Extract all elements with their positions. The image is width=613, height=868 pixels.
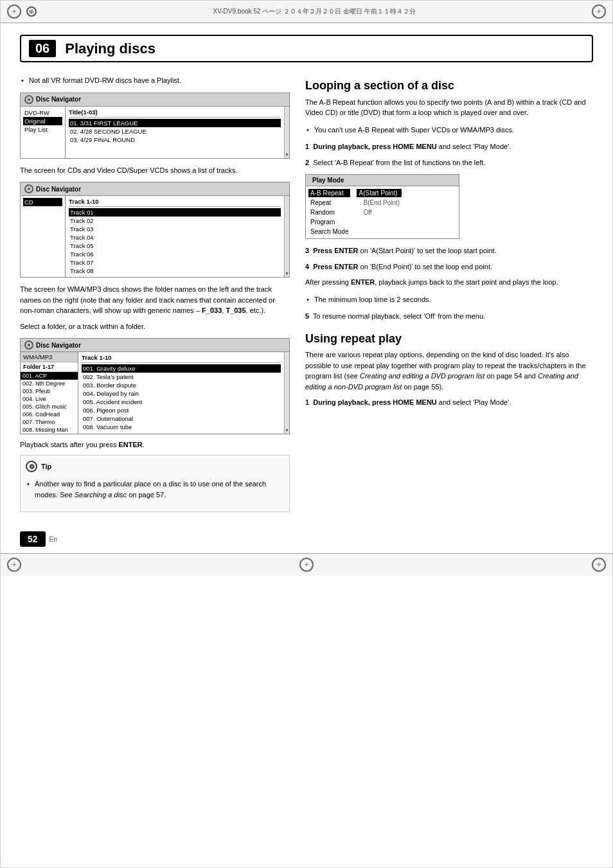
- play-mode-titlebar: Play Mode: [306, 175, 459, 186]
- screen-cd-left: CD: [21, 196, 66, 277]
- step-6-during: During playback, press: [313, 398, 393, 406]
- wma-track-8: 008. Vacuum tube: [82, 423, 281, 431]
- scroll-bar-1[interactable]: [284, 107, 289, 158]
- step-1-select: and select 'Play Mode'.: [437, 143, 511, 150]
- panel-item-original: Original: [23, 117, 62, 125]
- step-6-select: and select 'Play Mode'.: [437, 398, 511, 406]
- right-column: Looping a section of a disc The A-B Repe…: [305, 69, 588, 518]
- top-registration-bar: + ⊕ XV-DV9.book 52 ページ ２０４年２月２０日 金曜日 午前１…: [1, 1, 612, 23]
- step-4-enter: ENTER: [334, 263, 358, 270]
- screen-dvdrw-titlebar: Disc Navigator: [21, 93, 289, 107]
- tip-label: Tip: [41, 463, 51, 470]
- step-4-num: 4: [305, 263, 309, 270]
- cd-track-07: Track 07: [69, 258, 281, 267]
- screen-wma-title: Disc Navigator: [36, 342, 81, 349]
- play-mode-body: A-B Repeat Repeat Random Program Search …: [306, 186, 459, 238]
- step-4-text: on 'B(End Point)' to set the loop end po…: [359, 263, 492, 270]
- wma-track-3: 003. Border dispute: [82, 381, 281, 389]
- panel-item-dvdrw: DVD-RW: [23, 109, 62, 117]
- step-3-num: 3: [305, 247, 309, 254]
- step-5-text: To resume normal playback, select 'Off' …: [313, 312, 485, 320]
- play-mode-screen: Play Mode A-B Repeat Repeat Random Progr…: [305, 174, 459, 239]
- left-column: Not all VR format DVD-RW discs have a Pl…: [20, 69, 290, 518]
- wma-track-2: 002. Tesla's patent: [82, 373, 281, 381]
- section-looping-intro: The A-B Repeat function allows you to sp…: [305, 97, 588, 118]
- wma-folder-4: 004. Live: [21, 395, 78, 403]
- step-4-after: After pressing ENTER, playback jumps bac…: [305, 277, 588, 288]
- step-1-home: HOME MENU: [393, 143, 436, 150]
- disc-icon-2: [24, 184, 33, 193]
- creating-dvd-list: Creating and editing a DVD program list: [360, 372, 484, 380]
- cd-track-01: Track 01: [69, 208, 281, 217]
- cd-track-04: Track 04: [69, 233, 281, 242]
- desc-cd-vcd: The screen for CDs and Video CD/Super VC…: [20, 165, 290, 176]
- step-4-bold: Press: [313, 263, 334, 270]
- screen-wma-titlebar: Disc Navigator: [21, 339, 289, 352]
- wma-track-5: 005. Accident incident: [82, 398, 281, 406]
- cd-track-02: Track 02: [69, 217, 281, 225]
- wma-disc-label: WMA/MP3: [21, 352, 78, 362]
- generic-name-1: F_033: [202, 306, 222, 314]
- scroll-bar-3[interactable]: [284, 352, 289, 434]
- bottom-right-reg-mark: +: [592, 558, 606, 572]
- play-mode-title: Play Mode: [312, 177, 344, 184]
- desc-select-folder: Select a folder, or a track within a fol…: [20, 321, 290, 332]
- wma-track-4: 004. Delayed by rain: [82, 389, 281, 398]
- cd-track-05: Track 05: [69, 242, 281, 250]
- pm-item-random: Random: [308, 208, 350, 217]
- bottom-center-reg-mark: +: [299, 558, 314, 572]
- wma-folder-3: 003. Pfeuti: [21, 387, 78, 395]
- top-bar-file-info: XV-DV9.book 52 ページ ２０４年２月２０日 金曜日 午前１１時４２…: [37, 7, 592, 16]
- dvdrw-track-header: Title(1-03): [69, 109, 281, 118]
- tip-icon: [26, 461, 37, 472]
- panel-item-cd: CD: [23, 198, 62, 206]
- step-6: 1 During playback, press HOME MENU and s…: [305, 397, 588, 408]
- wma-track-7: 007. Outernational: [82, 414, 281, 423]
- play-mode-left-items: A-B Repeat Repeat Random Program Search …: [308, 189, 350, 236]
- wma-track-6: 006. Pigeon post: [82, 406, 281, 414]
- screen-dvdrw-left: DVD-RW Original Play List: [21, 107, 66, 158]
- screen-dvdrw-title: Disc Navigator: [36, 96, 81, 103]
- page-language: En: [49, 536, 57, 543]
- step-2-text: Select 'A-B Repeat' from the list of fun…: [313, 159, 485, 166]
- screen-cd-title: Disc Navigator: [36, 186, 81, 193]
- step-3-text: on 'A(Start Point)' to set the loop star…: [359, 247, 497, 254]
- cd-track-header: Track 1-10: [69, 198, 281, 207]
- step-1-during: During playback, press: [313, 143, 393, 150]
- wma-folder-2: 002. Nth Degree: [21, 380, 78, 387]
- screen-wma-left-section: WMA/MP3 Folder 1-17 001. ACP 002. Nth De…: [21, 352, 78, 434]
- step-6-num: 1: [305, 398, 309, 406]
- chapter-number: 06: [29, 40, 56, 57]
- step-2: 2 Select 'A-B Repeat' from the list of f…: [305, 157, 588, 168]
- step-5: 5 To resume normal playback, select 'Off…: [305, 311, 588, 322]
- pm-item-ab: A-B Repeat: [308, 189, 350, 197]
- screen-cd-body: CD Track 1-10 Track 01 Track 02 Track 03…: [21, 196, 289, 277]
- wma-folder-7: 007. Thermo: [21, 418, 78, 426]
- top-right-reg-mark: +: [592, 4, 606, 19]
- step-3-bold: Press: [313, 247, 334, 254]
- page-number: 52: [20, 531, 46, 547]
- min-loop-note: The minimum loop time is 2 seconds.: [305, 294, 588, 305]
- pm-right-off: Off: [357, 208, 402, 217]
- screen-cd: Disc Navigator CD Track 1-10 Track 01 Tr…: [20, 182, 290, 278]
- wma-track-header: Track 1-10: [82, 354, 281, 363]
- screen-wma-body: WMA/MP3 Folder 1-17 001. ACP 002. Nth De…: [21, 352, 289, 434]
- section-repeat-intro: There are various repeat play options, d…: [305, 350, 588, 392]
- dvdrw-track-2: 02. 4/28 SECOND LEAGUE: [69, 127, 281, 136]
- cd-track-08: Track 08: [69, 267, 281, 275]
- playback-instruction: Playback starts after you press ENTER.: [20, 441, 290, 448]
- screen-dvdrw-right: Title(1-03) 01. 3/31 FIRST LEAGUE 02. 4/…: [66, 107, 284, 158]
- screen-dvdrw: Disc Navigator DVD-RW Original Play List…: [20, 93, 290, 159]
- tip-box: Tip Another way to find a particular pla…: [20, 455, 290, 512]
- step-6-home: HOME MENU: [393, 398, 436, 406]
- desc-wma-mp3: The screen for WMA/MP3 discs shows the f…: [20, 284, 290, 316]
- step-3: 3 Press ENTER on 'A(Start Point)' to set…: [305, 245, 588, 256]
- page: + ⊕ XV-DV9.book 52 ページ ２０４年２月２０日 金曜日 午前１…: [0, 0, 613, 868]
- step-2-num: 2: [305, 159, 309, 166]
- scroll-bar-2[interactable]: [284, 196, 289, 277]
- step-1-num: 1: [305, 143, 309, 150]
- bottom-registration-bar: + + +: [1, 553, 612, 576]
- play-mode-right-items: A(Start Point) B(End Point) Off: [357, 189, 402, 236]
- chapter-title: Playing discs: [65, 40, 155, 57]
- screen-wma: Disc Navigator WMA/MP3 Folder 1-17 001. …: [20, 338, 290, 434]
